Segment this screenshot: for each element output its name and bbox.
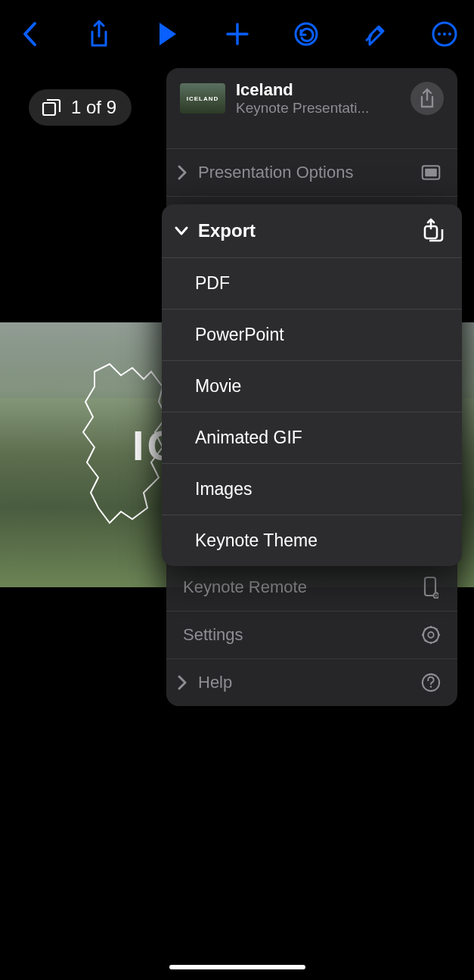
export-pdf[interactable]: PDF [162, 257, 462, 309]
svg-point-4 [448, 33, 451, 36]
export-movie[interactable]: Movie [162, 360, 462, 412]
share-icon [419, 88, 435, 109]
menu-item-label: Settings [183, 625, 243, 645]
share-button[interactable] [85, 20, 113, 48]
export-header-label: Export [198, 220, 256, 241]
play-button[interactable] [153, 20, 182, 48]
back-button[interactable] [15, 20, 44, 48]
svg-line-17 [425, 629, 426, 630]
menu-item-label: Help [198, 673, 232, 692]
chevron-down-icon [174, 226, 189, 236]
svg-point-3 [443, 33, 446, 36]
svg-point-2 [438, 33, 441, 36]
toolbar [0, 0, 474, 68]
slides-icon [41, 97, 62, 118]
export-header[interactable]: Export [162, 204, 462, 257]
svg-point-12 [428, 633, 433, 638]
menu-presentation-options[interactable]: Presentation Options [166, 148, 457, 196]
chevron-right-icon [177, 674, 187, 691]
svg-rect-9 [425, 577, 435, 596]
format-button[interactable] [361, 20, 390, 48]
svg-rect-7 [425, 169, 437, 176]
export-gif[interactable]: Animated GIF [162, 412, 462, 463]
svg-line-20 [436, 629, 438, 630]
export-stack-icon [421, 218, 445, 244]
svg-line-19 [425, 640, 426, 642]
menu-help[interactable]: Help [166, 658, 457, 706]
undo-button[interactable] [292, 20, 321, 48]
menu-item-label: Keynote Remote [183, 577, 307, 597]
export-popover: Export PDF PowerPoint Movie Animated GIF… [162, 204, 462, 566]
help-icon [421, 673, 441, 692]
svg-point-22 [430, 686, 432, 688]
menu-item-label: Presentation Options [198, 163, 353, 182]
export-theme[interactable]: Keynote Theme [162, 515, 462, 566]
menu-remote[interactable]: Keynote Remote [166, 563, 457, 611]
export-powerpoint[interactable]: PowerPoint [162, 309, 462, 360]
menu-settings[interactable]: Settings [166, 611, 457, 658]
document-title: Iceland [236, 80, 400, 100]
document-thumbnail: ICELAND [180, 83, 225, 114]
add-button[interactable] [223, 20, 252, 48]
document-subtitle: Keynote Presentati... [236, 100, 400, 117]
home-indicator[interactable] [169, 965, 305, 969]
gear-icon [421, 625, 441, 645]
slide-counter-label: 1 of 9 [71, 97, 116, 118]
svg-rect-5 [43, 103, 55, 115]
document-info: Iceland Keynote Presentati... [236, 80, 400, 117]
svg-line-18 [436, 640, 438, 642]
slide-counter[interactable]: 1 of 9 [29, 89, 132, 126]
document-share-button[interactable] [410, 82, 444, 115]
document-header: ICELAND Iceland Keynote Presentati... [166, 68, 457, 133]
phone-icon [421, 577, 441, 597]
presentation-icon [421, 163, 441, 182]
more-button[interactable] [430, 20, 459, 48]
chevron-right-icon [177, 164, 187, 181]
export-images[interactable]: Images [162, 463, 462, 515]
